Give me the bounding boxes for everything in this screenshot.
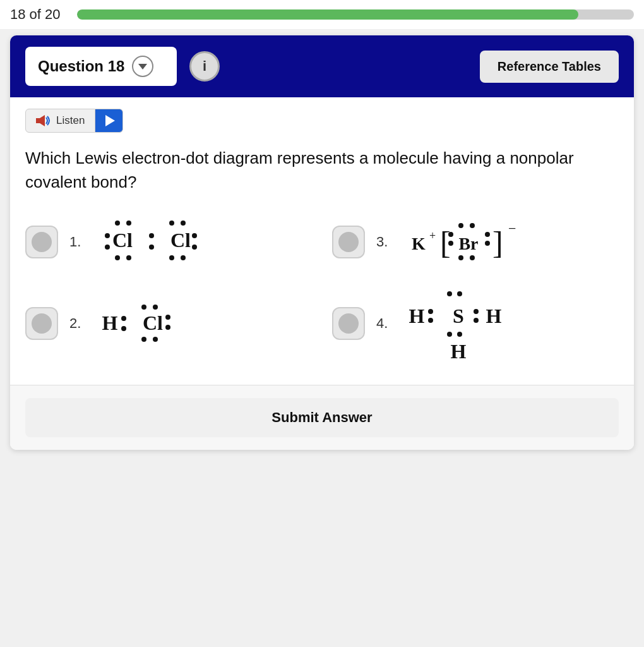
lewis-diagram-cl2: Cl Cl [98, 217, 225, 267]
svg-point-3 [126, 221, 131, 226]
svg-point-5 [105, 245, 110, 250]
svg-point-27 [485, 241, 490, 246]
progress-label: 18 of 20 [10, 6, 67, 23]
svg-text:+: + [429, 229, 436, 242]
content-area: Listen Which Lewis electron-dot diagram … [10, 109, 634, 450]
svg-point-46 [447, 291, 452, 296]
svg-point-51 [457, 332, 462, 337]
svg-text:−: − [508, 221, 516, 236]
svg-text:H: H [102, 311, 118, 334]
svg-point-9 [149, 233, 154, 238]
svg-point-40 [141, 337, 146, 342]
svg-point-12 [169, 221, 174, 226]
svg-point-37 [153, 305, 158, 310]
svg-text:Cl: Cl [112, 229, 133, 251]
svg-text:S: S [453, 305, 464, 327]
answer-row-4: 4. H S [332, 282, 619, 365]
progress-track [77, 9, 634, 20]
main-card: Question 18 i Reference Tables Listen [10, 35, 634, 450]
answer-number-3: 3. [376, 234, 394, 250]
svg-point-47 [457, 291, 462, 296]
answer-radio-4[interactable] [332, 307, 365, 340]
chevron-down-icon [138, 64, 147, 70]
svg-text:H: H [486, 305, 502, 327]
svg-text:]: ] [492, 225, 503, 260]
svg-point-29 [470, 255, 475, 260]
question-label: Question 18 [38, 57, 124, 75]
listen-label: Listen [56, 114, 85, 127]
radio-circle-4 [338, 313, 359, 334]
info-icon: i [203, 58, 206, 75]
speaker-icon [36, 114, 51, 127]
answer-number-2: 2. [69, 315, 87, 332]
lewis-diagram-kbr: K + [ Br [405, 217, 551, 267]
svg-text:K: K [412, 234, 426, 253]
svg-point-6 [115, 255, 120, 260]
svg-point-39 [165, 325, 170, 330]
svg-point-25 [470, 223, 475, 228]
lewis-diagram-hcl: H Cl [98, 298, 200, 349]
svg-point-14 [192, 233, 197, 238]
submit-button[interactable]: Submit Answer [25, 398, 619, 437]
svg-point-15 [192, 245, 197, 250]
svg-point-16 [169, 255, 174, 260]
svg-text:H: H [451, 340, 467, 363]
radio-circle-2 [32, 313, 52, 334]
header-band: Question 18 i Reference Tables [10, 35, 634, 97]
svg-point-22 [448, 241, 453, 246]
svg-text:Br: Br [458, 234, 478, 253]
lewis-diagram-h2s: H S H [405, 282, 532, 365]
info-button[interactable]: i [189, 51, 220, 82]
reference-tables-button[interactable]: Reference Tables [480, 51, 619, 83]
submit-bar: Submit Answer [10, 385, 634, 450]
svg-point-49 [474, 318, 479, 323]
svg-point-21 [448, 232, 453, 237]
svg-point-50 [447, 332, 452, 337]
svg-point-33 [121, 316, 126, 321]
svg-point-24 [458, 223, 463, 228]
answer-radio-3[interactable] [332, 226, 365, 258]
svg-point-38 [165, 315, 170, 320]
answer-row-3: 3. K + [ Br [332, 217, 619, 267]
answer-row-1: 1. Cl [25, 217, 312, 267]
svg-marker-1 [40, 115, 45, 126]
play-icon [105, 115, 115, 126]
svg-point-13 [181, 221, 186, 226]
svg-point-44 [428, 318, 433, 323]
svg-point-34 [121, 326, 126, 331]
play-button[interactable] [95, 109, 123, 133]
progress-bar-container: 18 of 20 [0, 0, 644, 29]
svg-point-28 [458, 255, 463, 260]
answer-row-2: 2. H Cl [25, 282, 312, 365]
svg-text:H: H [409, 305, 425, 327]
answers-grid: 1. Cl [25, 217, 619, 365]
svg-point-43 [428, 309, 433, 314]
svg-point-36 [141, 305, 146, 310]
svg-text:Cl: Cl [170, 229, 191, 251]
answer-radio-1[interactable] [25, 226, 58, 258]
question-selector[interactable]: Question 18 [25, 47, 177, 86]
answer-number-1: 1. [69, 234, 87, 250]
radio-circle-1 [32, 232, 52, 252]
svg-point-17 [181, 255, 186, 260]
svg-rect-0 [36, 118, 40, 123]
svg-point-10 [149, 245, 154, 250]
svg-text:Cl: Cl [143, 311, 163, 334]
radio-circle-3 [338, 232, 359, 252]
svg-point-41 [153, 337, 158, 342]
answer-radio-2[interactable] [25, 307, 58, 340]
progress-fill [77, 9, 578, 20]
svg-point-26 [485, 232, 490, 237]
listen-button[interactable]: Listen [25, 109, 95, 133]
question-dropdown-button[interactable] [132, 56, 153, 77]
question-text: Which Lewis electron-dot diagram represe… [25, 147, 619, 194]
svg-point-2 [115, 221, 120, 226]
svg-point-48 [474, 309, 479, 314]
svg-point-7 [126, 255, 131, 260]
answer-number-4: 4. [376, 315, 394, 332]
svg-point-4 [105, 233, 110, 238]
listen-bar: Listen [25, 109, 619, 133]
